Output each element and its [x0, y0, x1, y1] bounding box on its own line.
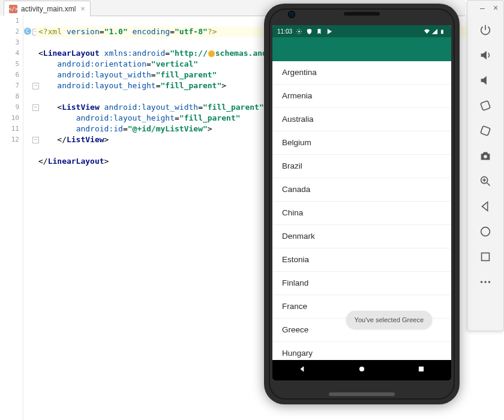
close-tab-icon[interactable]: × [80, 4, 85, 13]
line-number: 7 [0, 80, 23, 91]
more-icon[interactable] [467, 269, 503, 295]
svg-point-8 [488, 281, 491, 283]
list-item[interactable]: Finland [272, 272, 451, 295]
rotate-right-icon[interactable] [467, 118, 503, 143]
home-indicator [329, 392, 395, 396]
svg-point-4 [481, 227, 490, 236]
line-number: 8 [0, 91, 23, 102]
emulator-screen[interactable]: 11:03 ArgentinaArmeniaAustraliaBelgiumBr… [272, 25, 451, 380]
list-item[interactable]: China [272, 202, 451, 225]
svg-rect-13 [419, 367, 424, 371]
minimize-button[interactable]: – [477, 3, 488, 14]
volume-up-icon[interactable] [467, 43, 503, 68]
svg-rect-1 [481, 126, 490, 136]
signal-status-icon [431, 28, 438, 35]
list-item[interactable]: Brazil [272, 155, 451, 178]
list-item[interactable]: Belgium [272, 131, 451, 155]
line-number: 5 [0, 59, 23, 70]
list-item[interactable]: Hungary [272, 342, 451, 360]
line-number: 10 [0, 113, 23, 124]
line-number: 1 [0, 16, 23, 26]
nav-back-icon[interactable] [467, 194, 503, 219]
file-tab-filename: activity_main.xml [21, 5, 76, 13]
power-icon[interactable] [467, 17, 503, 43]
list-item[interactable]: Canada [272, 178, 451, 202]
nav-back-icon[interactable] [298, 365, 307, 376]
nav-overview-icon[interactable] [417, 365, 425, 376]
list-item[interactable]: Denmark [272, 225, 451, 248]
xml-file-icon: </> [9, 5, 17, 13]
speaker-grill [344, 12, 380, 16]
list-item[interactable]: Armenia [272, 85, 451, 108]
svg-rect-10 [441, 30, 443, 34]
list-item[interactable]: Estonia [272, 248, 451, 272]
app-action-bar [272, 37, 451, 61]
line-number-gutter: 123456789101112 [0, 16, 23, 420]
play-status-icon [326, 28, 333, 35]
settings-status-icon [296, 28, 302, 35]
volume-down-icon[interactable] [467, 68, 503, 93]
svg-point-6 [481, 281, 483, 283]
rotate-left-icon[interactable] [467, 93, 503, 118]
wifi-status-icon [423, 28, 430, 35]
android-status-bar: 11:03 [272, 25, 451, 37]
zoom-icon[interactable] [467, 169, 503, 194]
nav-home-icon[interactable] [467, 219, 503, 244]
emulator-device-frame: 11:03 ArgentinaArmeniaAustraliaBelgiumBr… [264, 4, 460, 404]
file-tab-activity-main[interactable]: </> activity_main.xml × [4, 1, 91, 17]
list-item[interactable]: Argentina [272, 61, 451, 85]
line-number: 4 [0, 48, 23, 59]
emulator-toolbar: – × [467, 0, 504, 331]
svg-point-7 [484, 281, 487, 283]
toast-message: You've selected Greece [346, 311, 432, 329]
nav-overview-icon[interactable] [467, 244, 503, 269]
svg-rect-0 [481, 101, 490, 110]
svg-point-12 [359, 367, 364, 371]
close-button[interactable]: × [490, 3, 501, 14]
gutter-class-marker[interactable]: C [24, 28, 31, 35]
line-number: 2 [0, 26, 23, 37]
intention-bulb-icon[interactable] [208, 50, 215, 57]
list-item[interactable]: Australia [272, 108, 451, 131]
svg-point-9 [298, 31, 300, 32]
bookmark-status-icon [316, 28, 323, 35]
line-number: 9 [0, 102, 23, 113]
shield-status-icon [306, 28, 313, 35]
battery-status-icon [440, 28, 446, 35]
front-camera [288, 11, 295, 18]
nav-home-icon[interactable] [358, 365, 366, 376]
line-number: 6 [0, 70, 23, 80]
svg-rect-11 [442, 29, 443, 30]
svg-rect-5 [482, 253, 490, 261]
screenshot-camera-icon[interactable] [467, 143, 503, 169]
android-nav-bar [272, 360, 451, 380]
line-number: 11 [0, 124, 23, 134]
line-number: 12 [0, 134, 23, 145]
status-time: 11:03 [277, 28, 292, 35]
svg-point-2 [484, 155, 487, 158]
line-number: 3 [0, 37, 23, 48]
